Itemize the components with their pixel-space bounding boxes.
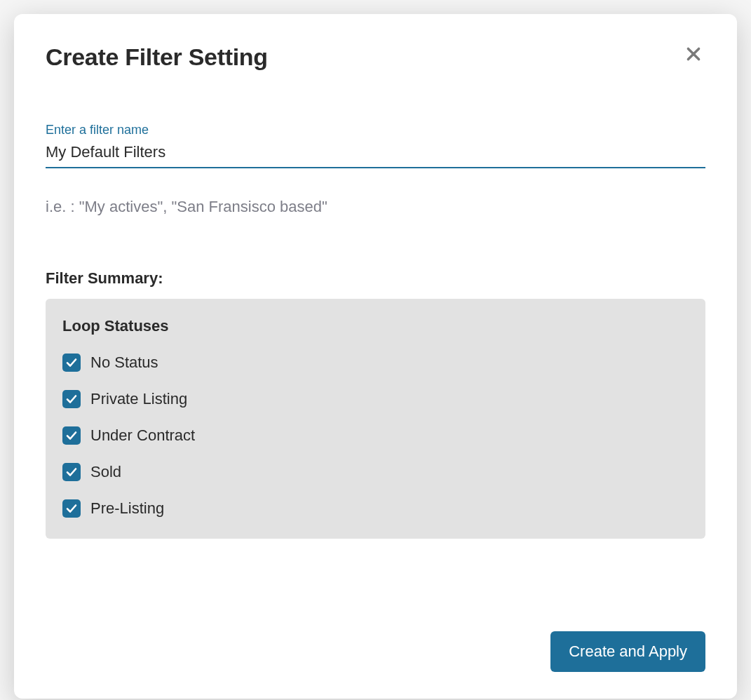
modal-title: Create Filter Setting	[46, 43, 268, 71]
check-icon	[65, 393, 78, 405]
checkbox-no-status[interactable]	[62, 354, 81, 372]
filter-name-label: Enter a filter name	[46, 123, 705, 137]
status-label: Sold	[90, 463, 121, 481]
checkbox-sold[interactable]	[62, 463, 81, 481]
status-item-private-listing: Private Listing	[62, 390, 689, 408]
checkbox-private-listing[interactable]	[62, 390, 81, 408]
check-icon	[65, 429, 78, 442]
modal-header: Create Filter Setting	[46, 43, 705, 71]
filter-name-input[interactable]	[46, 140, 705, 168]
filter-name-hint: i.e. : "My actives", "San Fransisco base…	[46, 198, 705, 216]
filter-name-section: Enter a filter name	[46, 123, 705, 168]
create-and-apply-button[interactable]: Create and Apply	[550, 631, 705, 672]
status-item-sold: Sold	[62, 463, 689, 481]
status-item-no-status: No Status	[62, 354, 689, 372]
check-icon	[65, 502, 78, 515]
checkbox-pre-listing[interactable]	[62, 499, 81, 518]
status-item-under-contract: Under Contract	[62, 426, 689, 445]
check-icon	[65, 356, 78, 369]
status-label: No Status	[90, 354, 158, 372]
close-button[interactable]	[682, 42, 705, 66]
status-label: Under Contract	[90, 426, 195, 445]
filter-summary-label: Filter Summary:	[46, 269, 705, 288]
status-item-pre-listing: Pre-Listing	[62, 499, 689, 518]
status-label: Pre-Listing	[90, 499, 164, 518]
modal-footer: Create and Apply	[46, 631, 705, 672]
filter-summary-box: Loop Statuses No Status Private Listing	[46, 299, 705, 539]
checkbox-under-contract[interactable]	[62, 426, 81, 445]
check-icon	[65, 466, 78, 478]
close-icon	[684, 45, 703, 63]
create-filter-modal: Create Filter Setting Enter a filter nam…	[14, 14, 737, 699]
loop-statuses-heading: Loop Statuses	[62, 317, 689, 335]
status-label: Private Listing	[90, 390, 187, 408]
